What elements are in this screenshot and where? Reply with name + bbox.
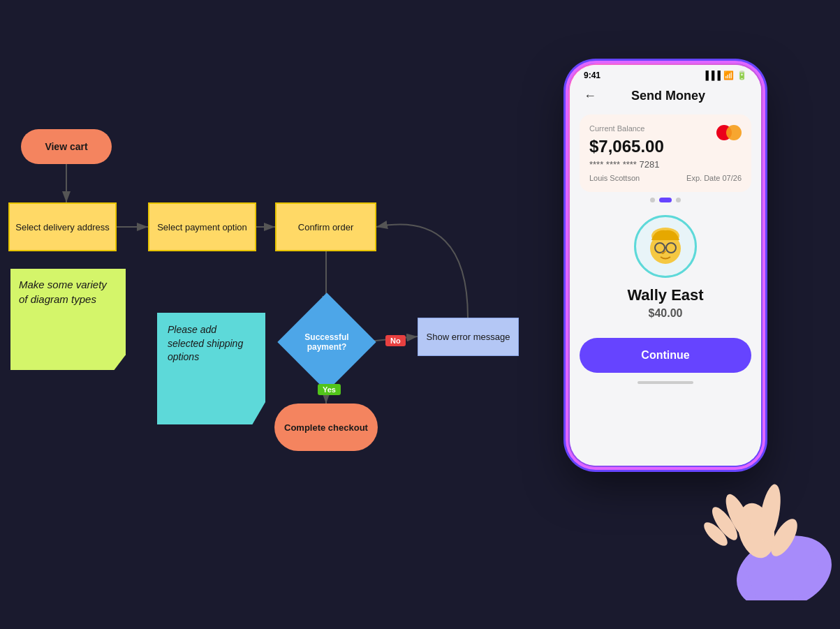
status-time: 9:41 xyxy=(584,71,600,80)
screen-title: Send Money xyxy=(603,89,733,103)
recipient-avatar xyxy=(634,215,697,278)
back-button[interactable]: ← xyxy=(584,89,596,103)
decision-diamond-label: Successful payment? xyxy=(292,307,362,377)
recipient-name: Wally East xyxy=(627,286,703,304)
phone-frame: 9:41 ▐▐▐ 📶 🔋 ← Send Money Current Balanc… xyxy=(568,63,763,468)
sticky-cyan-text: Please add selected shipping options xyxy=(168,324,243,362)
flowchart-area: View cart Select delivery address Select… xyxy=(0,0,531,629)
dot-1 xyxy=(650,198,655,202)
hand-illustration xyxy=(686,447,840,600)
phone-header: ← Send Money xyxy=(570,83,761,109)
phone-container: 9:41 ▐▐▐ 📶 🔋 ← Send Money Current Balanc… xyxy=(533,42,840,600)
phone-screen: 9:41 ▐▐▐ 📶 🔋 ← Send Money Current Balanc… xyxy=(570,65,761,466)
sticky-green-text: Make some variety of diagram types xyxy=(19,279,107,305)
card-pagination-dots xyxy=(570,198,761,202)
complete-checkout-label: Complete checkout xyxy=(284,422,368,433)
status-icons: ▐▐▐ 📶 🔋 xyxy=(702,71,747,80)
home-indicator xyxy=(638,381,693,384)
select-delivery-node: Select delivery address xyxy=(8,202,117,251)
show-error-node: Show error message xyxy=(418,318,519,356)
battery-icon: 🔋 xyxy=(737,71,747,80)
show-error-label: Show error message xyxy=(427,332,510,342)
mastercard-right-circle xyxy=(726,125,742,140)
view-cart-node: View cart xyxy=(21,129,112,164)
mastercard-icon xyxy=(716,124,742,141)
dot-3 xyxy=(676,198,681,202)
complete-checkout-node: Complete checkout xyxy=(274,404,378,451)
dot-2-active xyxy=(659,198,672,202)
select-payment-label: Select payment option xyxy=(157,222,247,232)
view-cart-label: View cart xyxy=(45,141,87,152)
card-expiry: Exp. Date 07/26 xyxy=(686,174,742,182)
hand-svg xyxy=(686,447,840,600)
select-payment-node: Select payment option xyxy=(148,202,256,251)
status-bar: 9:41 ▐▐▐ 📶 🔋 xyxy=(570,65,761,83)
recipient-section: Wally East $40.00 xyxy=(570,208,761,327)
select-delivery-label: Select delivery address xyxy=(15,222,109,232)
confirm-order-node: Confirm order xyxy=(275,202,376,251)
avatar-svg xyxy=(641,222,690,271)
sticky-note-green: Make some variety of diagram types xyxy=(10,269,126,370)
diamond-text: Successful payment? xyxy=(292,332,362,353)
no-badge: No xyxy=(385,335,406,346)
card-section: Current Balance $7,065.00 **** **** ****… xyxy=(580,114,751,192)
recipient-amount: $40.00 xyxy=(649,307,683,320)
signal-icon: ▐▐▐ xyxy=(702,71,721,80)
continue-button[interactable]: Continue xyxy=(580,338,751,373)
yes-badge: Yes xyxy=(318,384,341,395)
card-number: **** **** **** 7281 xyxy=(589,159,742,170)
wifi-icon: 📶 xyxy=(723,71,734,80)
card-footer: Louis Scottson Exp. Date 07/26 xyxy=(589,174,742,182)
card-holder-name: Louis Scottson xyxy=(589,174,640,182)
confirm-order-label: Confirm order xyxy=(298,222,353,232)
sticky-note-cyan: Please add selected shipping options xyxy=(157,313,265,424)
